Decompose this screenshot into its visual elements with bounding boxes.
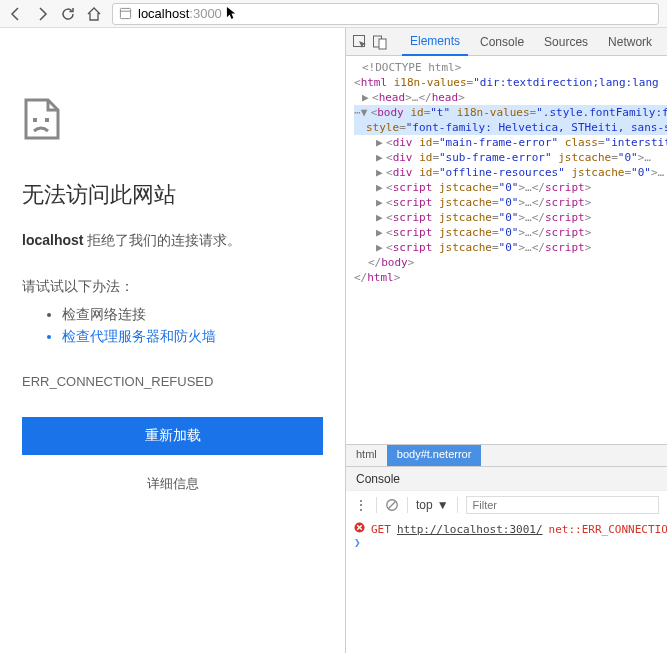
suggestion-check-network: 检查网络连接 [62, 306, 323, 324]
svg-rect-0 [120, 8, 130, 18]
sad-page-icon [22, 98, 62, 140]
dom-selected-line: ⋯▼<body id="t" i18n-values=".style.fontF… [354, 105, 667, 120]
breadcrumb-body[interactable]: body#t.neterror [387, 445, 482, 466]
forward-icon[interactable] [34, 6, 50, 22]
page-info-icon[interactable] [119, 7, 132, 20]
console-filter-input[interactable] [466, 496, 659, 514]
devtools-tabbar: Elements Console Sources Network [346, 28, 667, 56]
error-page: 无法访问此网站 localhost 拒绝了我们的连接请求。 请试试以下办法： 检… [0, 28, 345, 653]
error-title: 无法访问此网站 [22, 180, 323, 210]
svg-rect-3 [45, 118, 49, 122]
dom-breadcrumb[interactable]: html body#t.neterror [346, 444, 667, 466]
console-toolbar: ⋮ top ▼ [346, 490, 667, 518]
clear-console-icon[interactable] [385, 498, 399, 512]
error-icon [354, 522, 365, 533]
reload-button[interactable]: 重新加载 [22, 417, 323, 455]
tab-network[interactable]: Network [600, 29, 660, 55]
browser-toolbar: localhost:3000 [0, 0, 667, 28]
svg-rect-6 [379, 39, 386, 49]
error-code: ERR_CONNECTION_REFUSED [22, 374, 323, 389]
suggestion-check-proxy[interactable]: 检查代理服务器和防火墙 [62, 328, 323, 346]
console-output[interactable]: GET http://localhost:3001/ net::ERR_CONN… [346, 518, 667, 653]
error-suggestion-list: 检查网络连接 检查代理服务器和防火墙 [22, 306, 323, 346]
details-button[interactable]: 详细信息 [22, 475, 323, 493]
console-drawer-tab[interactable]: Console [346, 466, 667, 490]
svg-rect-2 [33, 118, 37, 122]
back-icon[interactable] [8, 6, 24, 22]
tab-elements[interactable]: Elements [402, 28, 468, 56]
error-subtitle: localhost 拒绝了我们的连接请求。 [22, 232, 323, 250]
console-error-row: GET http://localhost:3001/ net::ERR_CONN… [354, 522, 659, 536]
chevron-right-icon: ❯ [354, 536, 361, 549]
home-icon[interactable] [86, 6, 102, 22]
console-menu-icon[interactable]: ⋮ [354, 497, 368, 513]
console-prompt[interactable]: ❯ [354, 536, 659, 549]
mouse-cursor-icon [226, 6, 237, 21]
device-mode-icon[interactable] [372, 34, 388, 50]
inspect-icon[interactable] [352, 34, 368, 50]
svg-line-8 [389, 501, 396, 508]
reload-icon[interactable] [60, 6, 76, 22]
devtools-panel: Elements Console Sources Network <!DOCTY… [345, 28, 667, 653]
tab-console[interactable]: Console [472, 29, 532, 55]
tab-sources[interactable]: Sources [536, 29, 596, 55]
error-try-label: 请试试以下办法： [22, 278, 323, 296]
url-text: localhost:3000 [138, 6, 222, 21]
breadcrumb-html[interactable]: html [346, 445, 387, 466]
dom-tree[interactable]: <!DOCTYPE html> <html i18n-values="dir:t… [346, 56, 667, 444]
url-bar[interactable]: localhost:3000 [112, 3, 659, 25]
console-context-selector[interactable]: top ▼ [416, 498, 449, 512]
